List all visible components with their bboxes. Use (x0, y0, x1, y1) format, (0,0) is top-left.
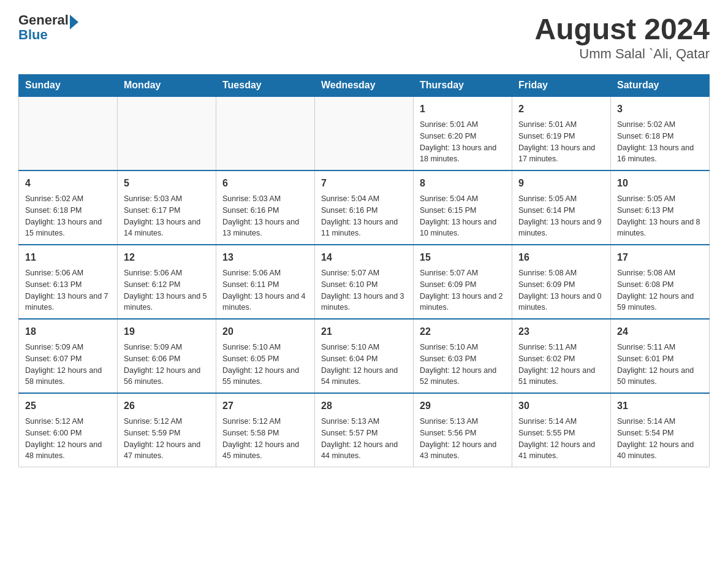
calendar-cell: 2Sunrise: 5:01 AMSunset: 6:19 PMDaylight… (512, 96, 611, 170)
calendar-cell (118, 96, 216, 170)
day-number: 11 (25, 250, 111, 265)
calendar-cell: 14Sunrise: 5:07 AMSunset: 6:10 PMDayligh… (315, 245, 414, 319)
logo-arrow-icon (70, 15, 78, 29)
day-header-monday: Monday (118, 75, 216, 97)
day-number: 20 (222, 324, 308, 339)
day-info: Sunrise: 5:11 AMSunset: 6:02 PMDaylight:… (518, 342, 604, 388)
day-info: Sunrise: 5:05 AMSunset: 6:14 PMDaylight:… (518, 193, 604, 239)
calendar-cell: 10Sunrise: 5:05 AMSunset: 6:13 PMDayligh… (611, 170, 710, 245)
day-info: Sunrise: 5:02 AMSunset: 6:18 PMDaylight:… (25, 193, 111, 239)
calendar-cell: 6Sunrise: 5:03 AMSunset: 6:16 PMDaylight… (216, 170, 315, 245)
calendar-cell: 4Sunrise: 5:02 AMSunset: 6:18 PMDaylight… (19, 170, 118, 245)
day-number: 27 (222, 399, 308, 413)
calendar-week-row: 4Sunrise: 5:02 AMSunset: 6:18 PMDaylight… (19, 170, 710, 245)
calendar-header-row: SundayMondayTuesdayWednesdayThursdayFrid… (19, 75, 710, 97)
calendar-week-row: 11Sunrise: 5:06 AMSunset: 6:13 PMDayligh… (19, 245, 710, 319)
calendar-week-row: 18Sunrise: 5:09 AMSunset: 6:07 PMDayligh… (19, 319, 710, 393)
day-number: 12 (124, 250, 210, 265)
day-info: Sunrise: 5:10 AMSunset: 6:03 PMDaylight:… (420, 342, 506, 388)
day-info: Sunrise: 5:06 AMSunset: 6:13 PMDaylight:… (25, 267, 111, 313)
month-title: August 2024 (535, 12, 710, 46)
day-info: Sunrise: 5:08 AMSunset: 6:08 PMDaylight:… (617, 267, 703, 313)
calendar-cell: 31Sunrise: 5:14 AMSunset: 5:54 PMDayligh… (611, 393, 710, 467)
day-info: Sunrise: 5:12 AMSunset: 5:58 PMDaylight:… (222, 416, 308, 462)
day-number: 5 (124, 176, 210, 191)
calendar-cell: 26Sunrise: 5:12 AMSunset: 5:59 PMDayligh… (118, 393, 216, 467)
day-info: Sunrise: 5:01 AMSunset: 6:19 PMDaylight:… (518, 119, 604, 165)
day-number: 14 (321, 250, 407, 265)
day-info: Sunrise: 5:14 AMSunset: 5:55 PMDaylight:… (518, 416, 604, 462)
logo-general-text: General (18, 12, 69, 28)
day-info: Sunrise: 5:14 AMSunset: 5:54 PMDaylight:… (617, 416, 703, 462)
day-number: 30 (518, 399, 604, 413)
day-info: Sunrise: 5:04 AMSunset: 6:16 PMDaylight:… (321, 193, 407, 239)
calendar-cell: 29Sunrise: 5:13 AMSunset: 5:56 PMDayligh… (414, 393, 512, 467)
day-number: 19 (124, 324, 210, 339)
day-number: 9 (518, 176, 604, 191)
day-info: Sunrise: 5:07 AMSunset: 6:09 PMDaylight:… (420, 267, 506, 313)
day-info: Sunrise: 5:13 AMSunset: 5:56 PMDaylight:… (420, 416, 506, 462)
calendar-cell: 27Sunrise: 5:12 AMSunset: 5:58 PMDayligh… (216, 393, 315, 467)
day-info: Sunrise: 5:02 AMSunset: 6:18 PMDaylight:… (617, 119, 703, 165)
calendar-cell (315, 96, 414, 170)
day-info: Sunrise: 5:08 AMSunset: 6:09 PMDaylight:… (518, 267, 604, 313)
day-info: Sunrise: 5:06 AMSunset: 6:12 PMDaylight:… (124, 267, 210, 313)
day-info: Sunrise: 5:12 AMSunset: 5:59 PMDaylight:… (124, 416, 210, 462)
calendar-cell: 9Sunrise: 5:05 AMSunset: 6:14 PMDaylight… (512, 170, 611, 245)
calendar-cell: 28Sunrise: 5:13 AMSunset: 5:57 PMDayligh… (315, 393, 414, 467)
day-number: 16 (518, 250, 604, 265)
calendar-cell (19, 96, 118, 170)
calendar-cell: 8Sunrise: 5:04 AMSunset: 6:15 PMDaylight… (414, 170, 512, 245)
calendar-cell: 13Sunrise: 5:06 AMSunset: 6:11 PMDayligh… (216, 245, 315, 319)
calendar-cell: 7Sunrise: 5:04 AMSunset: 6:16 PMDaylight… (315, 170, 414, 245)
calendar-week-row: 25Sunrise: 5:12 AMSunset: 6:00 PMDayligh… (19, 393, 710, 467)
day-header-tuesday: Tuesday (216, 75, 315, 97)
calendar-cell: 15Sunrise: 5:07 AMSunset: 6:09 PMDayligh… (414, 245, 512, 319)
calendar-cell: 22Sunrise: 5:10 AMSunset: 6:03 PMDayligh… (414, 319, 512, 393)
page-header: General Blue August 2024 Umm Salal `Ali,… (18, 12, 710, 62)
calendar-table: SundayMondayTuesdayWednesdayThursdayFrid… (18, 74, 710, 467)
day-number: 7 (321, 176, 407, 191)
day-number: 4 (25, 176, 111, 191)
day-info: Sunrise: 5:13 AMSunset: 5:57 PMDaylight:… (321, 416, 407, 462)
calendar-cell: 23Sunrise: 5:11 AMSunset: 6:02 PMDayligh… (512, 319, 611, 393)
day-info: Sunrise: 5:03 AMSunset: 6:17 PMDaylight:… (124, 193, 210, 239)
calendar-cell: 5Sunrise: 5:03 AMSunset: 6:17 PMDaylight… (118, 170, 216, 245)
day-number: 1 (420, 102, 506, 117)
day-number: 25 (25, 399, 111, 413)
calendar-cell: 16Sunrise: 5:08 AMSunset: 6:09 PMDayligh… (512, 245, 611, 319)
day-info: Sunrise: 5:04 AMSunset: 6:15 PMDaylight:… (420, 193, 506, 239)
day-header-thursday: Thursday (414, 75, 512, 97)
day-header-wednesday: Wednesday (315, 75, 414, 97)
day-number: 8 (420, 176, 506, 191)
calendar-cell: 3Sunrise: 5:02 AMSunset: 6:18 PMDaylight… (611, 96, 710, 170)
day-info: Sunrise: 5:10 AMSunset: 6:04 PMDaylight:… (321, 342, 407, 388)
day-info: Sunrise: 5:10 AMSunset: 6:05 PMDaylight:… (222, 342, 308, 388)
day-number: 28 (321, 399, 407, 413)
day-number: 10 (617, 176, 703, 191)
calendar-cell: 24Sunrise: 5:11 AMSunset: 6:01 PMDayligh… (611, 319, 710, 393)
location-subtitle: Umm Salal `Ali, Qatar (535, 46, 710, 62)
calendar-cell: 17Sunrise: 5:08 AMSunset: 6:08 PMDayligh… (611, 245, 710, 319)
calendar-cell (216, 96, 315, 170)
day-header-friday: Friday (512, 75, 611, 97)
day-header-saturday: Saturday (611, 75, 710, 97)
day-number: 31 (617, 399, 703, 413)
day-info: Sunrise: 5:03 AMSunset: 6:16 PMDaylight:… (222, 193, 308, 239)
day-info: Sunrise: 5:11 AMSunset: 6:01 PMDaylight:… (617, 342, 703, 388)
day-number: 26 (124, 399, 210, 413)
day-number: 6 (222, 176, 308, 191)
day-info: Sunrise: 5:09 AMSunset: 6:07 PMDaylight:… (25, 342, 111, 388)
day-number: 24 (617, 324, 703, 339)
calendar-cell: 30Sunrise: 5:14 AMSunset: 5:55 PMDayligh… (512, 393, 611, 467)
calendar-cell: 25Sunrise: 5:12 AMSunset: 6:00 PMDayligh… (19, 393, 118, 467)
calendar-cell: 18Sunrise: 5:09 AMSunset: 6:07 PMDayligh… (19, 319, 118, 393)
calendar-cell: 12Sunrise: 5:06 AMSunset: 6:12 PMDayligh… (118, 245, 216, 319)
day-number: 13 (222, 250, 308, 265)
day-number: 17 (617, 250, 703, 265)
day-info: Sunrise: 5:05 AMSunset: 6:13 PMDaylight:… (617, 193, 703, 239)
day-number: 2 (518, 102, 604, 117)
calendar-cell: 20Sunrise: 5:10 AMSunset: 6:05 PMDayligh… (216, 319, 315, 393)
day-number: 23 (518, 324, 604, 339)
title-section: August 2024 Umm Salal `Ali, Qatar (535, 12, 710, 62)
